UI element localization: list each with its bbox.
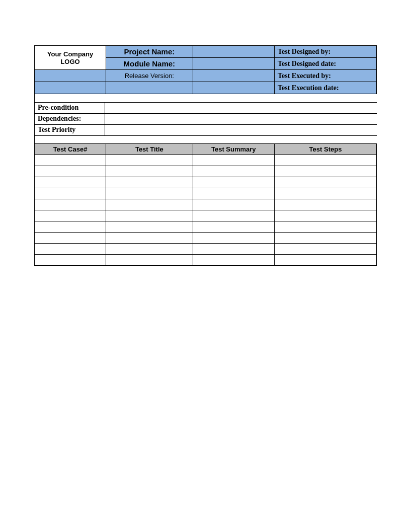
table-row bbox=[35, 177, 377, 188]
table-cell bbox=[193, 188, 274, 199]
meta-spacer-right bbox=[105, 94, 377, 102]
table-cell bbox=[274, 177, 376, 188]
table-row bbox=[35, 221, 377, 233]
table-cell bbox=[193, 244, 274, 255]
table-row bbox=[35, 188, 377, 199]
table-cell bbox=[274, 244, 376, 255]
table-cell bbox=[35, 210, 106, 221]
table-cell bbox=[106, 155, 193, 166]
release-version-label: Release Version: bbox=[106, 70, 193, 82]
test-case-grid: Test Case# Test Title Test Summary Test … bbox=[34, 143, 377, 266]
table-cell bbox=[35, 188, 106, 199]
col-header-test-case: Test Case# bbox=[35, 144, 106, 155]
table-cell bbox=[274, 233, 376, 244]
test-plan-header-table: Your Company LOGO Project Name: Test Des… bbox=[34, 45, 377, 94]
pre-condition-value bbox=[105, 102, 377, 113]
table-cell bbox=[274, 199, 376, 210]
table-cell bbox=[193, 199, 274, 210]
project-name-label: Project Name: bbox=[106, 46, 193, 58]
table-cell bbox=[35, 244, 106, 255]
table-cell bbox=[35, 199, 106, 210]
company-logo-cell: Your Company LOGO bbox=[35, 46, 106, 70]
table-cell bbox=[193, 155, 274, 166]
table-row bbox=[35, 210, 377, 221]
grid-header-row: Test Case# Test Title Test Summary Test … bbox=[35, 144, 377, 155]
module-name-label: Module Name: bbox=[106, 58, 193, 70]
table-cell bbox=[35, 155, 106, 166]
table-row bbox=[35, 255, 377, 266]
table-cell bbox=[35, 177, 106, 188]
module-name-value bbox=[193, 58, 274, 70]
table-cell bbox=[106, 255, 193, 266]
table-cell bbox=[106, 199, 193, 210]
table-cell bbox=[193, 255, 274, 266]
table-cell bbox=[106, 244, 193, 255]
test-executed-by-label: Test Executed by: bbox=[274, 70, 376, 82]
table-cell bbox=[106, 233, 193, 244]
project-name-value bbox=[193, 46, 274, 58]
table-cell bbox=[106, 221, 193, 233]
table-row bbox=[35, 166, 377, 177]
table-row bbox=[35, 244, 377, 255]
table-row bbox=[35, 155, 377, 166]
blank-mid-cell-1 bbox=[106, 82, 193, 94]
table-cell bbox=[193, 177, 274, 188]
test-execution-date-label: Test Execution date: bbox=[274, 82, 376, 94]
table-cell bbox=[274, 255, 376, 266]
col-header-test-steps: Test Steps bbox=[274, 144, 376, 155]
blank-left-cell-2 bbox=[35, 82, 106, 94]
table-cell bbox=[106, 166, 193, 177]
table-row bbox=[35, 233, 377, 244]
col-header-test-summary: Test Summary bbox=[193, 144, 274, 155]
table-cell bbox=[193, 166, 274, 177]
blank-mid-cell-2 bbox=[193, 82, 274, 94]
table-cell bbox=[274, 221, 376, 233]
release-version-value bbox=[193, 70, 274, 82]
table-row bbox=[35, 199, 377, 210]
table-cell bbox=[274, 166, 376, 177]
test-priority-value bbox=[105, 124, 377, 135]
test-designed-by-label: Test Designed by: bbox=[274, 46, 376, 58]
blank-left-cell-1 bbox=[35, 70, 106, 82]
meta-spacer-left bbox=[35, 94, 105, 102]
table-cell bbox=[106, 177, 193, 188]
meta-spacer-bottom-right bbox=[105, 135, 377, 143]
table-cell bbox=[35, 166, 106, 177]
dependencies-label: Dependencies: bbox=[35, 113, 105, 124]
table-cell bbox=[193, 221, 274, 233]
table-cell bbox=[35, 233, 106, 244]
test-designed-date-label: Test Designed date: bbox=[274, 58, 376, 70]
pre-condition-label: Pre-condition bbox=[35, 102, 105, 113]
test-priority-label: Test Priority bbox=[35, 124, 105, 135]
dependencies-value bbox=[105, 113, 377, 124]
table-cell bbox=[35, 255, 106, 266]
table-cell bbox=[35, 221, 106, 233]
table-cell bbox=[193, 233, 274, 244]
table-cell bbox=[106, 188, 193, 199]
table-cell bbox=[106, 210, 193, 221]
meta-spacer-bottom-left bbox=[35, 135, 105, 143]
meta-table: Pre-condition Dependencies: Test Priorit… bbox=[34, 94, 377, 143]
col-header-test-title: Test Title bbox=[106, 144, 193, 155]
table-cell bbox=[274, 155, 376, 166]
table-cell bbox=[274, 210, 376, 221]
table-cell bbox=[274, 188, 376, 199]
table-cell bbox=[193, 210, 274, 221]
